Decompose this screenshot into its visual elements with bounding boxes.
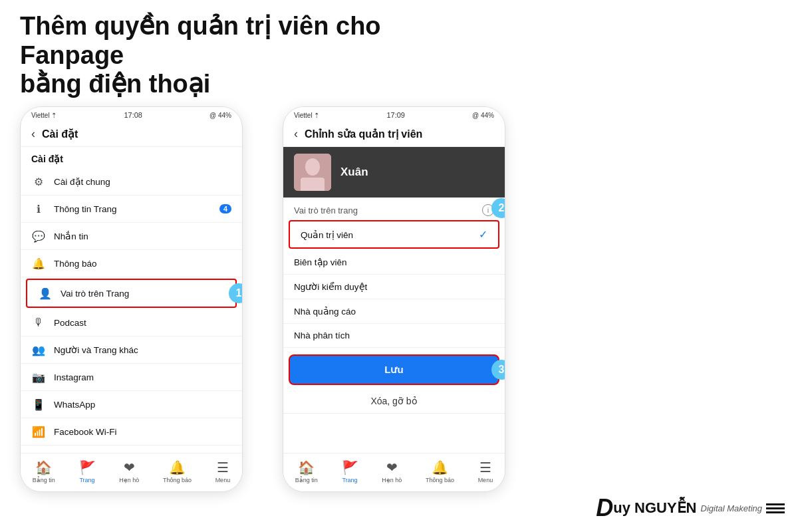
title-line1: Thêm quyền quản trị viên cho Fanpage [20, 12, 381, 69]
battery-right: @ 44% [472, 112, 494, 119]
nav-bar-right: ‹ Chỉnh sửa quản trị viên [283, 123, 505, 147]
badge: 4 [219, 204, 231, 213]
people-icon: 👥 [31, 342, 46, 357]
title-line2: bằng điện thoại [20, 70, 210, 98]
whatsapp-icon: 📱 [31, 397, 46, 412]
list-item[interactable]: 💬 Nhắn tin [21, 223, 242, 250]
settings-item-text: Nhắn tin [54, 231, 231, 241]
watermark-line1 [766, 503, 785, 505]
settings-item-text: WhatsApp [54, 400, 231, 410]
role-section-header: Vai trò trên trang i [283, 198, 505, 219]
tab-menu-right[interactable]: ☰ Menu [478, 460, 493, 483]
roles-list: Quản trị viên ✓ Biên tập viên Người kiểm… [283, 220, 505, 348]
watermark-d: D [596, 494, 613, 522]
nav-title-left: Cài đặt [42, 128, 78, 140]
instagram-icon: 📷 [31, 370, 46, 384]
heart-tab-icon: ❤ [124, 460, 135, 475]
menu-tab-icon: ☰ [217, 460, 229, 475]
tab-label: Hẹn hò [382, 477, 402, 483]
settings-section-label: Cài đặt [21, 147, 242, 168]
profile-banner: Xuân [283, 147, 505, 198]
watermark-nguyen: NGUYỄN [634, 499, 696, 517]
tab-bang-tin-right[interactable]: 🏠 Bảng tin [295, 460, 318, 483]
tab-thong-bao-right[interactable]: 🔔 Thông báo [426, 460, 454, 483]
role-text: Nhà phân tích [294, 331, 350, 340]
tab-label: Thông báo [426, 477, 454, 483]
list-item[interactable]: 📱 WhatsApp [21, 391, 242, 418]
tab-menu-left[interactable]: ☰ Menu [215, 460, 231, 483]
tab-label: Trang [79, 477, 94, 483]
save-button[interactable]: Lưu [289, 354, 499, 385]
status-bar-right: Viettel ⇡ 17:09 @ 44% [283, 107, 505, 123]
role-quan-tri-vien[interactable]: Quản trị viên ✓ [290, 221, 498, 247]
vai-tro-item[interactable]: 👤 Vai trò trên Trang [26, 279, 237, 308]
profile-name: Xuân [340, 166, 368, 179]
settings-item-text: Vai trò trên Trang [61, 289, 225, 299]
role-text: Nhà quảng cáo [294, 306, 356, 317]
battery-left: @ 44% [209, 112, 231, 119]
watermark-sub: Digital Maketing [701, 503, 763, 513]
back-button-right[interactable]: ‹ [294, 127, 298, 141]
nav-title-right: Chỉnh sửa quản trị viên [305, 128, 422, 140]
settings-list: ⚙ Cài đặt chung ℹ Thông tin Trang 4 💬 Nh… [21, 168, 242, 473]
check-icon: ✓ [479, 228, 487, 241]
signal-right: Viettel ⇡ [294, 112, 319, 119]
tab-label: Menu [215, 477, 231, 483]
role-text: Biên tập viên [294, 257, 347, 267]
tab-label: Thông báo [163, 477, 192, 483]
watermark: D uy NGUYỄN Digital Maketing [596, 494, 785, 522]
tab-label: Hẹn hò [119, 477, 139, 483]
role-text: Người kiểm duyệt [294, 281, 367, 292]
tab-bang-tin-left[interactable]: 🏠 Bảng tin [33, 460, 55, 483]
time-right: 17:09 [386, 111, 405, 119]
tab-thong-bao-left[interactable]: 🔔 Thông báo [163, 460, 192, 483]
nav-bar-left: ‹ Cài đặt [21, 123, 242, 147]
list-item[interactable]: 👥 Người và Trang khác [21, 336, 242, 364]
settings-item-text: Instagram [54, 372, 231, 382]
notification-icon: 🔔 [31, 256, 46, 271]
phone-right: Viettel ⇡ 17:09 @ 44% ‹ Chỉnh sửa quản t… [283, 106, 505, 492]
page-title: Thêm quyền quản trị viên cho Fanpage bằn… [20, 12, 406, 99]
list-item[interactable]: ⚙ Cài đặt chung [21, 168, 242, 196]
svg-rect-2 [301, 178, 325, 191]
list-item[interactable]: 🎙 Podcast [21, 309, 242, 336]
settings-item-text: Thông báo [54, 259, 231, 269]
tab-label: Bảng tin [295, 477, 318, 483]
watermark-lines [766, 503, 785, 513]
list-item[interactable]: ℹ Thông tin Trang 4 [21, 196, 242, 223]
signal-left: Viettel ⇡ [31, 112, 57, 119]
role-nguoi-kiem-duyet[interactable]: Người kiểm duyệt [283, 275, 505, 299]
bell-tab-icon-r: 🔔 [432, 460, 448, 475]
role-icon: 👤 [38, 286, 53, 301]
role-bien-tap-vien[interactable]: Biên tập viên [283, 250, 505, 275]
settings-item-text: Podcast [54, 318, 231, 328]
tab-trang-left[interactable]: 🚩 Trang [79, 460, 96, 483]
podcast-icon: 🎙 [31, 315, 46, 330]
svg-point-1 [305, 158, 320, 176]
tab-hen-ho-left[interactable]: ❤ Hẹn hò [119, 460, 139, 483]
tab-hen-ho-right[interactable]: ❤ Hẹn hò [382, 460, 402, 483]
status-bar-left: Viettel ⇡ 17:08 @ 44% [21, 107, 242, 123]
time-left: 17:08 [124, 111, 142, 119]
settings-item-text: Cài đặt chung [54, 176, 231, 187]
watermark-uy: uy [613, 499, 630, 517]
list-item[interactable]: 📷 Instagram [21, 364, 242, 391]
home-tab-icon-r: 🏠 [298, 460, 315, 475]
tab-label: Menu [478, 477, 493, 483]
page-tab-icon-r: 🚩 [342, 460, 358, 475]
role-nha-phan-tich[interactable]: Nhà phân tích [283, 324, 505, 348]
message-icon: 💬 [31, 229, 46, 243]
wifi-icon: 📶 [31, 424, 46, 439]
home-tab-icon: 🏠 [35, 460, 52, 475]
phones-container: Viettel ⇡ 17:08 @ 44% ‹ Cài đặt Cài đặt … [20, 106, 505, 492]
tab-trang-right[interactable]: 🚩 Trang [342, 460, 358, 483]
role-nha-quang-cao[interactable]: Nhà quảng cáo [283, 299, 505, 324]
heart-tab-icon-r: ❤ [386, 460, 398, 475]
back-button-left[interactable]: ‹ [31, 127, 35, 141]
bell-tab-icon: 🔔 [169, 460, 186, 475]
settings-icon: ⚙ [31, 174, 46, 189]
list-item[interactable]: 🔔 Thông báo [21, 250, 242, 277]
tab-label: Bảng tin [33, 477, 55, 483]
delete-button[interactable]: Xóa, gỡ bỏ [283, 389, 505, 414]
list-item[interactable]: 📶 Facebook Wi-Fi [21, 418, 242, 446]
